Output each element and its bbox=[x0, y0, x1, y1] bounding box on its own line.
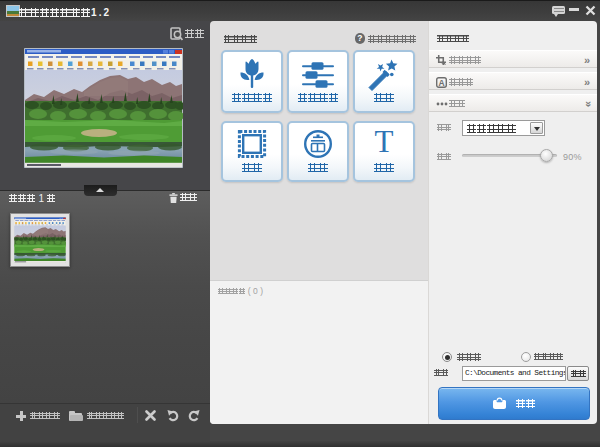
svg-text:A: A bbox=[438, 77, 444, 87]
